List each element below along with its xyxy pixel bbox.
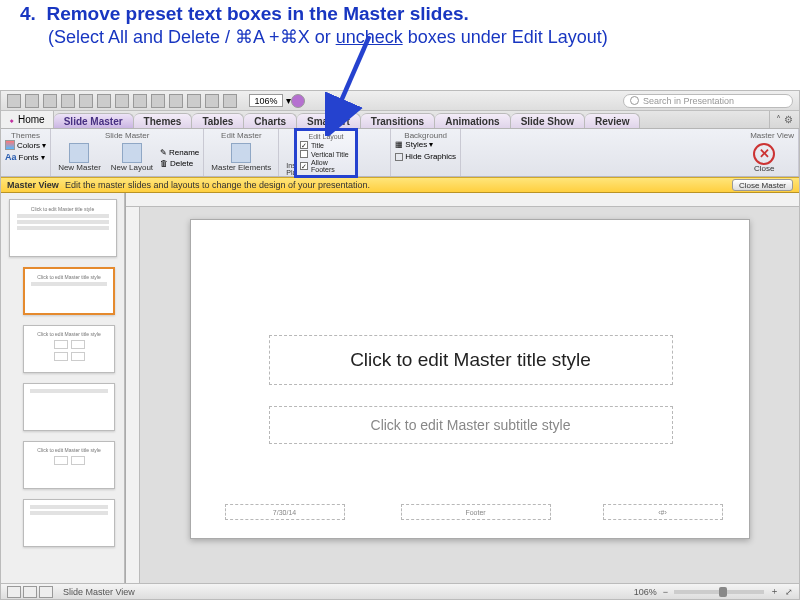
new-layout-button[interactable]: New Layout xyxy=(108,142,156,173)
fonts-icon: Aa xyxy=(5,152,17,162)
master-elements-button[interactable]: Master Elements xyxy=(208,142,274,173)
master-thumbnail[interactable]: Click to edit Master title style xyxy=(9,199,117,257)
tab-slide-show[interactable]: Slide Show xyxy=(511,113,585,128)
checkbox-vertical-title[interactable]: Vertical Title xyxy=(300,150,352,158)
qat-icon[interactable] xyxy=(7,94,21,108)
new-layout-icon xyxy=(122,143,142,163)
qat-icon[interactable] xyxy=(61,94,75,108)
qat-icon[interactable] xyxy=(151,94,165,108)
label: Styles xyxy=(405,140,427,149)
subtitle-placeholder[interactable]: Click to edit Master subtitle style xyxy=(269,406,673,444)
quick-access-toolbar: 106% ▾ Search in Presentation xyxy=(1,91,799,111)
thumb-title: Click to edit Master title style xyxy=(27,447,111,453)
group-slide-master: Slide Master New Master New Layout ✎ Ren… xyxy=(51,129,204,176)
slide-number-placeholder[interactable]: ‹#› xyxy=(603,504,723,520)
master-view-infobar: Master View Edit the master slides and l… xyxy=(1,177,799,193)
slide-scroll[interactable]: Click to edit Master title style Click t… xyxy=(140,207,799,583)
qat-icon[interactable] xyxy=(115,94,129,108)
label: Rename xyxy=(169,148,199,157)
ribbon-collapse[interactable]: ˄ ⚙ xyxy=(769,111,799,128)
new-master-button[interactable]: New Master xyxy=(55,142,104,173)
label: Colors xyxy=(17,141,40,150)
qat-icon[interactable] xyxy=(25,94,39,108)
zoom-control[interactable]: 106% ▾ xyxy=(249,94,291,107)
date-placeholder[interactable]: 7/30/14 xyxy=(225,504,345,520)
qat-icon[interactable] xyxy=(169,94,183,108)
tab-review[interactable]: Review xyxy=(585,113,640,128)
delete-button[interactable]: 🗑 Delete xyxy=(160,159,199,168)
tab-tables[interactable]: Tables xyxy=(192,113,244,128)
tab-animations[interactable]: Animations xyxy=(435,113,510,128)
view-slideshow-button[interactable] xyxy=(39,586,53,598)
tab-label: Themes xyxy=(144,116,182,127)
title-placeholder[interactable]: Click to edit Master title style xyxy=(269,335,673,385)
label: New Layout xyxy=(111,164,153,172)
tab-transitions[interactable]: Transitions xyxy=(361,113,435,128)
footer-placeholder[interactable]: Footer xyxy=(401,504,551,520)
checkbox-icon: ✓ xyxy=(300,141,308,149)
thumb-title: Click to edit Master title style xyxy=(28,274,110,280)
group-themes: Themes Colors ▾ AaFonts ▾ xyxy=(1,129,51,176)
qat-icon[interactable] xyxy=(223,94,237,108)
zoom-slider[interactable] xyxy=(674,590,764,594)
tab-smartart[interactable]: SmartArt xyxy=(297,113,361,128)
qat-icon[interactable] xyxy=(133,94,147,108)
checkbox-allow-footers[interactable]: ✓ Allow Footers xyxy=(300,159,352,173)
zoom-in-button[interactable]: ＋ xyxy=(770,585,779,598)
group-title: Master View xyxy=(750,131,794,140)
close-master-button[interactable]: Close Master xyxy=(732,179,793,191)
zoom-out-button[interactable]: − xyxy=(663,587,668,597)
tab-label: Charts xyxy=(254,116,286,127)
zoom-value[interactable]: 106% xyxy=(249,94,283,107)
new-master-icon xyxy=(69,143,89,163)
placeholder-text: ‹#› xyxy=(658,509,667,516)
tab-label: Transitions xyxy=(371,116,424,127)
slide-thumbnails-pane[interactable]: Click to edit Master title style Click t… xyxy=(1,193,125,583)
rename-button[interactable]: ✎ Rename xyxy=(160,148,199,157)
colors-button[interactable]: Colors ▾ xyxy=(5,140,46,150)
layout-thumbnail[interactable] xyxy=(23,383,115,431)
close-master-view-button[interactable]: ✕ Close xyxy=(750,142,778,174)
bg-styles-button[interactable]: ▦ Styles ▾ xyxy=(395,140,433,149)
checkbox-icon xyxy=(300,150,308,158)
placeholder-text: Footer xyxy=(465,509,485,516)
help-icon[interactable] xyxy=(291,94,305,108)
layout-thumbnail[interactable]: Click to edit Master title style xyxy=(23,267,115,315)
colors-icon xyxy=(5,140,15,150)
tab-charts[interactable]: Charts xyxy=(244,113,297,128)
instruction-step: 4. Remove preset text boxes in the Maste… xyxy=(20,2,780,48)
checkbox-title[interactable]: ✓ Title xyxy=(300,141,352,149)
tab-themes[interactable]: Themes xyxy=(134,113,193,128)
hide-graphics-checkbox[interactable]: Hide Graphics xyxy=(395,152,456,161)
view-normal-button[interactable] xyxy=(7,586,21,598)
placeholder-text: 7/30/14 xyxy=(273,509,296,516)
fonts-button[interactable]: AaFonts ▾ xyxy=(5,152,45,162)
thumb-title: Click to edit Master title style xyxy=(27,331,111,337)
horizontal-ruler xyxy=(126,193,799,207)
tab-slide-master[interactable]: Slide Master xyxy=(54,113,134,128)
vertical-ruler xyxy=(126,207,140,583)
group-title: Edit Master xyxy=(208,131,274,140)
slider-knob[interactable] xyxy=(719,587,727,597)
qat-icon[interactable] xyxy=(97,94,111,108)
thumb-title: Click to edit Master title style xyxy=(14,206,112,212)
placeholder-text: Click to edit Master subtitle style xyxy=(371,417,571,433)
powerpoint-window: 106% ▾ Search in Presentation ⬥ Home Sli… xyxy=(0,90,800,600)
layout-thumbnail[interactable] xyxy=(23,499,115,547)
layout-thumbnail[interactable]: Click to edit Master title style xyxy=(23,441,115,489)
label: Fonts xyxy=(19,153,39,162)
qat-icon[interactable] xyxy=(205,94,219,108)
edit-layout-panel: Edit Layout ✓ Title Vertical Title ✓ All… xyxy=(294,128,358,178)
view-sorter-button[interactable] xyxy=(23,586,37,598)
qat-icon[interactable] xyxy=(43,94,57,108)
qat-icon[interactable] xyxy=(79,94,93,108)
tab-label: Animations xyxy=(445,116,499,127)
fit-window-button[interactable]: ⤢ xyxy=(785,587,793,597)
tab-home[interactable]: ⬥ Home xyxy=(1,111,54,128)
step-sub-prefix: (Select All and Delete / ⌘A +⌘X or xyxy=(48,27,336,47)
search-input[interactable]: Search in Presentation xyxy=(623,94,793,108)
qat-icon[interactable] xyxy=(187,94,201,108)
group-title: Slide Master xyxy=(55,131,199,140)
layout-thumbnail[interactable]: Click to edit Master title style xyxy=(23,325,115,373)
master-slide[interactable]: Click to edit Master title style Click t… xyxy=(190,219,750,539)
